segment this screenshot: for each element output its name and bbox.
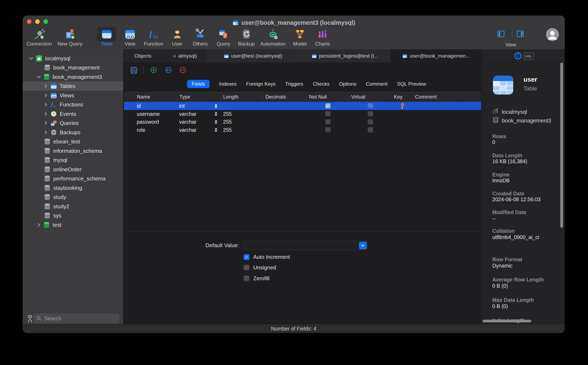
field-length[interactable]: 255 bbox=[221, 118, 263, 126]
tab-user-test[interactable]: user@test (localmysql) bbox=[207, 49, 299, 62]
field-key-cell[interactable] bbox=[392, 110, 413, 118]
chevron-right-icon[interactable] bbox=[43, 120, 49, 126]
field-comment[interactable] bbox=[413, 126, 459, 134]
field-decimals[interactable] bbox=[263, 102, 307, 110]
info-icon[interactable] bbox=[514, 52, 522, 60]
tab-checks[interactable]: Checks bbox=[313, 81, 330, 87]
search-input[interactable] bbox=[44, 315, 116, 322]
field-key-cell[interactable] bbox=[392, 126, 413, 134]
field-type[interactable]: varchar bbox=[177, 110, 221, 118]
not-null-checkbox[interactable] bbox=[325, 119, 331, 125]
vertical-scrollbar[interactable] bbox=[560, 63, 563, 228]
chevron-down-icon[interactable] bbox=[36, 74, 41, 80]
type-stepper[interactable] bbox=[214, 128, 218, 132]
chevron-right-icon[interactable] bbox=[43, 111, 49, 117]
field-type[interactable]: int bbox=[177, 102, 221, 110]
virtual-checkbox[interactable] bbox=[368, 127, 373, 133]
column-header-type[interactable]: Type bbox=[177, 92, 221, 101]
tab-user-book-management-active[interactable]: user@book_managemen... bbox=[391, 49, 481, 62]
field-name[interactable]: role bbox=[135, 126, 177, 134]
field-length[interactable]: 255 bbox=[221, 110, 263, 118]
tab-triggers[interactable]: Triggers bbox=[285, 81, 303, 87]
combobox-dropdown-button[interactable] bbox=[359, 242, 367, 249]
connection-filter-icon[interactable] bbox=[26, 315, 34, 323]
field-comment[interactable] bbox=[413, 118, 459, 126]
tab-options[interactable]: Options bbox=[339, 81, 356, 87]
tab-persistent-logins[interactable]: persistent_logins@test (l... bbox=[299, 49, 391, 62]
field-row-role[interactable]: role varchar 255 bbox=[124, 126, 481, 134]
toolbar-automation-button[interactable]: Automation bbox=[257, 28, 289, 49]
column-header-name[interactable]: Name bbox=[135, 92, 177, 101]
column-header-not-null[interactable]: Not Null bbox=[307, 92, 349, 101]
field-row-username[interactable]: username varchar 255 bbox=[124, 110, 481, 118]
tab-overflow[interactable]: « almysql) bbox=[163, 49, 207, 62]
tab-fields[interactable]: Fields bbox=[187, 80, 209, 88]
zerofill-checkbox[interactable] bbox=[244, 276, 250, 281]
toggle-right-pane-icon[interactable] bbox=[517, 31, 524, 37]
add-field-icon[interactable] bbox=[151, 67, 157, 73]
tab-sql-preview[interactable]: SQL Preview bbox=[397, 81, 426, 87]
horizontal-scrollbar[interactable] bbox=[482, 320, 531, 322]
toolbar-charts-button[interactable]: Charts bbox=[307, 28, 338, 49]
column-header-key[interactable]: Key bbox=[392, 92, 413, 101]
chevron-right-icon[interactable] bbox=[43, 102, 49, 107]
sidebar-item-test[interactable]: test bbox=[23, 220, 136, 230]
type-stepper[interactable] bbox=[214, 120, 218, 124]
field-comment[interactable] bbox=[413, 102, 459, 110]
virtual-checkbox[interactable] bbox=[368, 111, 373, 117]
save-icon[interactable] bbox=[130, 67, 137, 74]
field-decimals[interactable] bbox=[263, 126, 307, 134]
ddl-tab[interactable]: DDL bbox=[523, 53, 534, 60]
main-panel-divider[interactable] bbox=[481, 49, 481, 324]
delete-field-icon[interactable] bbox=[180, 67, 186, 73]
tab-comment[interactable]: Comment bbox=[366, 81, 387, 87]
type-stepper[interactable] bbox=[214, 104, 218, 108]
chevron-down-icon[interactable] bbox=[29, 56, 34, 61]
column-header-decimals[interactable]: Decimals bbox=[263, 92, 307, 101]
tab-indexes[interactable]: Indexes bbox=[219, 81, 237, 87]
field-name[interactable]: username bbox=[135, 110, 177, 118]
auto-increment-checkbox-checked[interactable]: ✓ bbox=[244, 254, 250, 260]
chevron-right-icon[interactable] bbox=[43, 93, 49, 98]
chevron-right-icon[interactable] bbox=[43, 130, 49, 135]
tab-foreign-keys[interactable]: Foreign Keys bbox=[246, 81, 275, 87]
chevron-right-icon[interactable] bbox=[43, 83, 49, 89]
field-type[interactable]: varchar bbox=[177, 118, 221, 126]
insert-field-icon[interactable] bbox=[165, 67, 172, 73]
field-key-cell[interactable] bbox=[392, 118, 413, 126]
field-row-password[interactable]: password varchar 255 bbox=[124, 118, 481, 126]
field-comment[interactable] bbox=[413, 110, 459, 118]
toggle-left-pane-icon[interactable] bbox=[497, 31, 505, 37]
tab-objects[interactable]: Objects bbox=[123, 49, 163, 62]
sidebar-item-localmysql[interactable]: localmysql bbox=[23, 54, 129, 63]
field-length[interactable]: 255 bbox=[221, 126, 263, 134]
field-name[interactable]: id bbox=[135, 102, 177, 110]
column-header-virtual[interactable]: Virtual bbox=[349, 92, 392, 101]
unsigned-checkbox[interactable] bbox=[244, 265, 250, 271]
column-header-length[interactable]: Length bbox=[221, 92, 263, 101]
sidebar-item-book-management3[interactable]: book_management3 bbox=[23, 72, 136, 82]
field-row-id[interactable]: id int ✓ bbox=[124, 102, 481, 110]
zerofill-option[interactable]: Zerofill bbox=[244, 275, 269, 282]
type-stepper[interactable] bbox=[214, 112, 218, 116]
chevron-right-icon[interactable] bbox=[36, 222, 41, 228]
toolbar-new-query-button[interactable]: New Query bbox=[54, 28, 86, 49]
field-type[interactable]: varchar bbox=[177, 126, 221, 134]
unsigned-option[interactable]: Unsigned bbox=[244, 264, 276, 271]
search-field[interactable] bbox=[34, 314, 119, 323]
sidebar-main-divider[interactable] bbox=[123, 49, 123, 324]
default-value-combobox[interactable] bbox=[243, 241, 368, 250]
field-name[interactable]: password bbox=[135, 118, 177, 126]
avatar[interactable] bbox=[546, 28, 559, 41]
toolbar-connection-button[interactable]: Connection bbox=[24, 28, 55, 49]
virtual-checkbox[interactable] bbox=[368, 119, 373, 125]
field-length[interactable] bbox=[221, 102, 263, 110]
not-null-checkbox-checked[interactable]: ✓ bbox=[325, 103, 331, 109]
auto-increment-option[interactable]: ✓ Auto Increment bbox=[244, 254, 290, 260]
virtual-checkbox[interactable] bbox=[368, 103, 373, 109]
field-decimals[interactable] bbox=[263, 118, 307, 126]
not-null-checkbox[interactable] bbox=[325, 127, 331, 133]
column-header-comment[interactable]: Comment bbox=[413, 92, 459, 101]
field-decimals[interactable] bbox=[263, 110, 307, 118]
not-null-checkbox[interactable] bbox=[325, 111, 331, 117]
